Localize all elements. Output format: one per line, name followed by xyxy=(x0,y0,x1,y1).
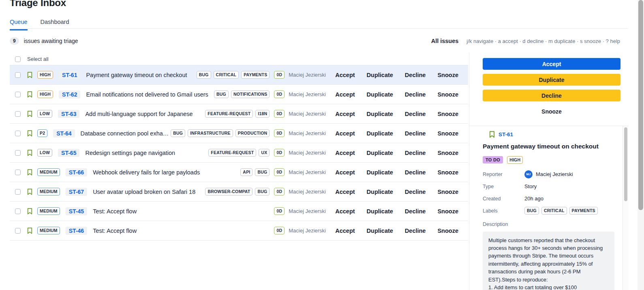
issue-key-link[interactable]: ST-46 xyxy=(66,227,87,235)
snooze-action[interactable]: Snooze xyxy=(437,130,458,137)
accept-action[interactable]: Accept xyxy=(335,111,355,117)
duplicate-action[interactable]: Duplicate xyxy=(367,150,393,156)
issue-key-link[interactable]: ST-62 xyxy=(59,90,80,99)
issue-key-link[interactable]: ST-61 xyxy=(59,71,80,79)
duplicate-action[interactable]: Duplicate xyxy=(367,208,393,215)
duplicate-action[interactable]: Duplicate xyxy=(367,111,393,117)
decline-action[interactable]: Decline xyxy=(405,111,426,117)
issue-row[interactable]: MEDIUM ST-45 Test: Accept flow 0D Maciej… xyxy=(10,202,468,221)
snooze-action[interactable]: Snooze xyxy=(437,169,458,176)
snooze-action[interactable]: Snooze xyxy=(437,189,458,195)
issue-row[interactable]: MEDIUM ST-66 Webhook delivery fails for … xyxy=(10,163,468,182)
issue-row[interactable]: MEDIUM ST-46 Test: Accept flow 0D Maciej… xyxy=(10,221,468,241)
accept-action[interactable]: Accept xyxy=(335,169,355,176)
accept-action[interactable]: Accept xyxy=(335,72,355,78)
duplicate-action[interactable]: Duplicate xyxy=(367,72,393,78)
issue-row[interactable]: LOW ST-63 Add multi-language support for… xyxy=(10,104,468,124)
accept-action[interactable]: Accept xyxy=(335,228,355,234)
snooze-action[interactable]: Snooze xyxy=(437,228,458,234)
detail-scrollbar-thumb[interactable] xyxy=(624,127,627,201)
select-all-checkbox[interactable] xyxy=(15,56,21,62)
issue-title: Database connection pool exhaust... xyxy=(81,130,171,137)
snooze-action[interactable]: Snooze xyxy=(437,150,458,156)
accept-action[interactable]: Accept xyxy=(335,208,355,215)
decline-panel-button[interactable]: Decline xyxy=(483,90,620,101)
bookmark-icon[interactable] xyxy=(27,111,32,117)
bookmark-icon[interactable] xyxy=(27,150,32,156)
snooze-action[interactable]: Snooze xyxy=(437,72,458,78)
reporter-name: Maciej Jezierski xyxy=(289,228,327,234)
row-checkbox[interactable] xyxy=(15,131,21,136)
accept-panel-button[interactable]: Accept xyxy=(483,58,620,70)
bookmark-icon[interactable] xyxy=(27,72,32,78)
issue-labels: BUGCRITICALPAYMENTS xyxy=(197,71,270,79)
decline-action[interactable]: Decline xyxy=(405,208,426,215)
row-checkbox[interactable] xyxy=(15,111,21,117)
reporter-name: Maciej Jezierski xyxy=(289,189,327,195)
label-badge: BUG xyxy=(171,129,185,137)
decline-action[interactable]: Decline xyxy=(405,91,426,98)
decline-action[interactable]: Decline xyxy=(405,189,426,195)
accept-action[interactable]: Accept xyxy=(335,150,355,156)
issue-key-link[interactable]: ST-65 xyxy=(58,149,79,157)
issue-row[interactable]: P2 ST-64 Database connection pool exhaus… xyxy=(10,124,468,143)
issue-list: Select all HIGH ST-61 Payment gateway ti… xyxy=(10,53,468,241)
row-checkbox[interactable] xyxy=(15,208,21,214)
reporter-name: Maciej Jezierski xyxy=(289,208,327,214)
issue-key-link[interactable]: ST-63 xyxy=(58,110,79,118)
issue-row[interactable]: MEDIUM ST-67 User avatar upload broken o… xyxy=(10,182,468,202)
age-badge: 0D xyxy=(274,188,285,195)
decline-action[interactable]: Decline xyxy=(405,169,426,176)
duplicate-action[interactable]: Duplicate xyxy=(367,91,393,98)
issue-row[interactable]: LOW ST-65 Redesign settings page navigat… xyxy=(10,143,468,163)
accept-action[interactable]: Accept xyxy=(335,91,355,98)
bookmark-icon[interactable] xyxy=(27,169,32,176)
decline-action[interactable]: Decline xyxy=(405,228,426,234)
duplicate-panel-button[interactable]: Duplicate xyxy=(483,74,620,86)
reporter-name: Maciej Jezierski xyxy=(289,111,327,117)
snooze-action[interactable]: Snooze xyxy=(437,111,458,117)
duplicate-action[interactable]: Duplicate xyxy=(367,130,393,137)
description-text: Multiple customers reported that the che… xyxy=(483,232,614,290)
all-issues-filter[interactable]: All issues xyxy=(431,38,459,44)
priority-badge: MEDIUM xyxy=(37,207,60,215)
issue-row[interactable]: HIGH ST-61 Payment gateway timeout on ch… xyxy=(10,65,468,85)
row-checkbox[interactable] xyxy=(15,228,21,234)
issue-key-link[interactable]: ST-64 xyxy=(53,129,75,137)
decline-action[interactable]: Decline xyxy=(405,150,426,156)
page-scrollbar-thumb[interactable] xyxy=(638,0,643,210)
bookmark-icon[interactable] xyxy=(27,91,32,98)
issue-key-link[interactable]: ST-66 xyxy=(66,168,87,176)
bookmark-icon[interactable] xyxy=(27,228,32,234)
row-checkbox[interactable] xyxy=(15,189,21,195)
label-badge: PAYMENTS xyxy=(569,207,598,215)
issue-key-link[interactable]: ST-45 xyxy=(66,207,87,215)
field-label: Reporter xyxy=(483,172,524,177)
decline-action[interactable]: Decline xyxy=(405,130,426,137)
bookmark-icon[interactable] xyxy=(27,130,32,137)
duplicate-action[interactable]: Duplicate xyxy=(367,189,393,195)
accept-action[interactable]: Accept xyxy=(335,130,355,137)
accept-action[interactable]: Accept xyxy=(335,189,355,195)
label-badge: NOTIFICATIONS xyxy=(231,90,270,98)
row-checkbox[interactable] xyxy=(15,72,21,78)
bookmark-icon[interactable] xyxy=(27,208,32,215)
duplicate-action[interactable]: Duplicate xyxy=(367,228,393,234)
detail-issue-key-link[interactable]: ST-61 xyxy=(499,131,513,137)
row-checkbox[interactable] xyxy=(15,92,21,97)
snooze-action[interactable]: Snooze xyxy=(437,91,458,98)
decline-action[interactable]: Decline xyxy=(405,72,426,78)
issue-key-link[interactable]: ST-67 xyxy=(66,188,87,196)
bookmark-icon[interactable] xyxy=(27,189,32,195)
snooze-action[interactable]: Snooze xyxy=(437,208,458,215)
row-checkbox[interactable] xyxy=(15,170,21,175)
duplicate-action[interactable]: Duplicate xyxy=(367,169,393,176)
bookmark-icon[interactable] xyxy=(489,131,495,138)
snooze-panel-button[interactable]: Snooze xyxy=(483,105,620,117)
issue-title: Add multi-language support for Japanese xyxy=(85,111,205,117)
age-badge: 0D xyxy=(274,110,285,118)
row-checkbox[interactable] xyxy=(15,150,21,156)
age-badge: 0D xyxy=(274,168,285,176)
priority-badge: MEDIUM xyxy=(37,188,60,195)
issue-row[interactable]: HIGH ST-62 Email notifications not deliv… xyxy=(10,85,468,104)
